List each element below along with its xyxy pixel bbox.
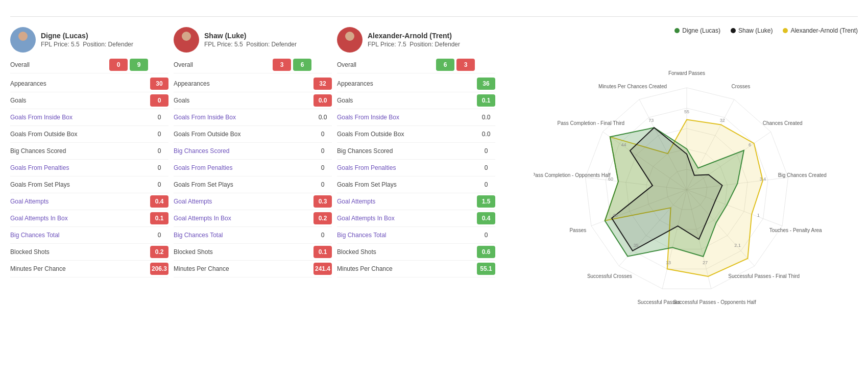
- stat-label-0-8: Goal Attempts In Box: [10, 215, 148, 222]
- player-info-2: Alexander-Arnold (Trent) FPL Price: 7.5 …: [368, 32, 495, 48]
- svg-text:48: 48: [613, 213, 618, 218]
- svg-text:Crosses: Crosses: [732, 84, 751, 89]
- stats-row-1-0: Appearances 32: [174, 75, 332, 92]
- stats-row-0-8: Goal Attempts In Box 0.1: [10, 210, 168, 227]
- stat-val-1-6: 0: [314, 179, 332, 191]
- svg-point-0: [18, 32, 28, 41]
- stat-label-1-6: Goals From Set Plays: [174, 181, 311, 188]
- svg-text:44: 44: [621, 142, 626, 147]
- player-avatar-2: [337, 27, 363, 53]
- stat-label-1-7: Goal Attempts: [174, 198, 311, 205]
- stat-label-2-6: Goals From Set Plays: [337, 181, 475, 188]
- stats-row-0-4: Big Chances Scored 0: [10, 143, 168, 160]
- stat-val-0-11: 206.3: [150, 263, 168, 275]
- stat-val-1-5: 0: [314, 162, 332, 174]
- stat-val-1-4: 0: [314, 145, 332, 157]
- stat-label-2-11: Minutes Per Chance: [337, 265, 475, 272]
- svg-text:6: 6: [749, 142, 751, 147]
- nav-tabs: [10, 10, 858, 17]
- stat-val-0-4: 0: [150, 145, 168, 157]
- player-meta-2: FPL Price: 7.5 Position: Defender: [368, 41, 495, 48]
- stat-label-0-7: Goal Attempts: [10, 198, 148, 205]
- svg-text:Successful Crosses: Successful Crosses: [587, 273, 632, 279]
- stat-label-1-1: Goals: [174, 97, 311, 104]
- stats-row-0-1: Goals 0: [10, 92, 168, 109]
- overall-badge-0-2: 6: [150, 59, 168, 71]
- overall-label-2: Overall: [337, 61, 434, 68]
- player-name-1: Shaw (Luke): [204, 32, 332, 40]
- stat-val-1-3: 0: [314, 128, 332, 140]
- svg-text:Successful Passes: Successful Passes: [637, 299, 680, 305]
- svg-text:3.4: 3.4: [760, 176, 766, 182]
- svg-text:Passes: Passes: [569, 227, 586, 233]
- stats-row-2-3: Goals From Outside Box 0.0: [337, 126, 495, 143]
- svg-text:Minutes Per Chances Created: Minutes Per Chances Created: [598, 84, 667, 89]
- legend-dot-2: [783, 28, 788, 33]
- stats-row-0-10: Blocked Shots 0.2: [10, 244, 168, 261]
- player-meta-1: FPL Price: 5.5 Position: Defender: [204, 41, 332, 48]
- radar-section: Digne (Lucas) Shaw (Luke) Alexander-Arno…: [505, 27, 858, 335]
- stats-row-1-1: Goals 0.0: [174, 92, 332, 109]
- player-col-0: Digne (Lucas) FPL Price: 5.5 Position: D…: [10, 27, 168, 335]
- stat-val-2-9: 0: [477, 229, 495, 241]
- stat-val-0-8: 0.1: [150, 212, 168, 224]
- stats-row-0-2: Goals From Inside Box 0: [10, 109, 168, 126]
- legend-dot-1: [731, 28, 736, 33]
- stat-label-2-4: Big Chances Scored: [337, 147, 475, 155]
- main-content: Digne (Lucas) FPL Price: 5.5 Position: D…: [10, 27, 858, 335]
- stats-row-1-10: Blocked Shots 0.1: [174, 244, 332, 261]
- legend-item-2: Alexander-Arnold (Trent): [783, 27, 858, 34]
- stats-row-0-7: Goal Attempts 0.4: [10, 193, 168, 210]
- stats-row-2-8: Goal Attempts In Box 0.4: [337, 210, 495, 227]
- stat-label-2-9: Big Chances Total: [337, 232, 475, 239]
- stat-label-1-8: Goal Attempts In Box: [174, 215, 311, 222]
- stat-label-0-2: Goals From Inside Box: [10, 114, 148, 121]
- stat-val-2-8: 0.4: [477, 212, 495, 224]
- player-col-1: Shaw (Luke) FPL Price: 5.5 Position: Def…: [174, 27, 332, 335]
- legend-label-0: Digne (Lucas): [682, 27, 720, 34]
- stat-val-0-2: 0: [150, 111, 168, 123]
- stat-val-2-0: 36: [477, 78, 495, 90]
- legend-label-1: Shaw (Luke): [738, 27, 773, 34]
- stat-val-0-7: 0.4: [150, 195, 168, 208]
- svg-point-5: [343, 42, 356, 51]
- stat-label-1-4: Big Chances Scored: [174, 147, 311, 155]
- stat-val-0-10: 0.2: [150, 246, 168, 258]
- stats-row-2-0: Appearances 36: [337, 75, 495, 92]
- overall-label-0: Overall: [10, 61, 107, 68]
- stat-label-1-0: Appearances: [174, 80, 311, 87]
- stats-row-1-11: Minutes Per Chance 241.4: [174, 261, 332, 277]
- stats-row-0-3: Goals From Outside Box 0: [10, 126, 168, 143]
- stat-label-0-3: Goals From Outside Box: [10, 131, 148, 138]
- stat-val-2-6: 0: [477, 179, 495, 191]
- stat-val-0-6: 0: [150, 179, 168, 191]
- stat-val-0-5: 0: [150, 162, 168, 174]
- legend-item-0: Digne (Lucas): [674, 27, 720, 34]
- stat-val-2-1: 0.1: [477, 94, 495, 107]
- stats-row-0-9: Big Chances Total 0: [10, 227, 168, 244]
- svg-text:13: 13: [666, 260, 671, 265]
- stat-label-2-5: Goals From Penalties: [337, 164, 475, 171]
- stat-val-2-5: 0: [477, 162, 495, 174]
- stat-val-2-10: 0.6: [477, 246, 495, 258]
- player-name-2: Alexander-Arnold (Trent): [368, 32, 495, 40]
- svg-point-2: [182, 32, 191, 41]
- svg-text:2.1: 2.1: [734, 243, 741, 248]
- stat-label-2-1: Goals: [337, 97, 475, 104]
- stat-val-0-3: 0: [150, 128, 168, 140]
- legend-dot-0: [674, 28, 680, 33]
- stat-val-1-7: 0.3: [314, 195, 332, 208]
- svg-text:60: 60: [608, 176, 613, 182]
- overall-badge-1-1: 6: [293, 59, 311, 71]
- stats-row-1-5: Goals From Penalties 0: [174, 160, 332, 176]
- player-name-0: Digne (Lucas): [41, 32, 168, 40]
- stat-val-1-2: 0.0: [314, 111, 332, 123]
- stat-label-0-9: Big Chances Total: [10, 232, 148, 239]
- svg-text:27: 27: [703, 260, 708, 265]
- stat-label-1-10: Blocked Shots: [174, 248, 311, 256]
- radar-container: Forward PassesCrossesChances CreatedBig …: [516, 39, 858, 335]
- overall-badge-2-2: 6: [477, 59, 495, 71]
- stat-val-1-10: 0.1: [314, 246, 332, 258]
- stats-row-2-6: Goals From Set Plays 0: [337, 176, 495, 193]
- svg-text:Successful Passes - Opponents : Successful Passes - Opponents Half: [673, 299, 756, 305]
